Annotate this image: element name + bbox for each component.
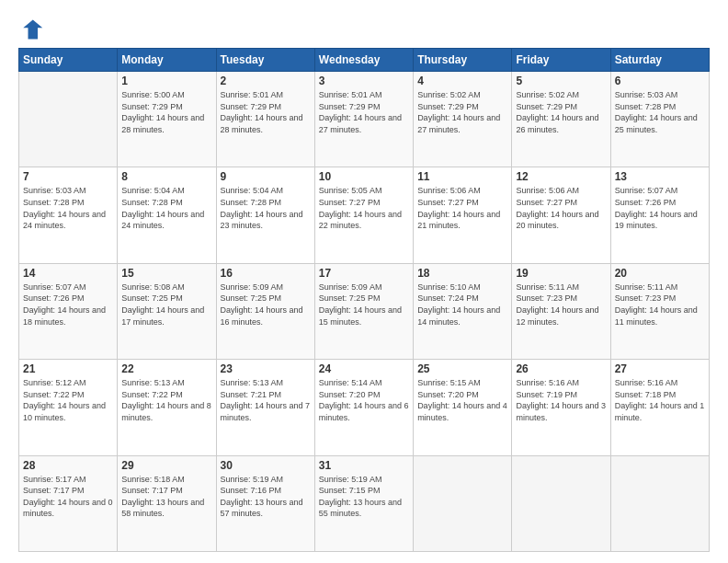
calendar-cell: 16Sunrise: 5:09 AMSunset: 7:25 PMDayligh…	[216, 263, 314, 359]
day-info: Sunrise: 5:02 AMSunset: 7:29 PMDaylight:…	[516, 89, 606, 135]
day-number: 25	[417, 362, 507, 375]
calendar-cell: 2Sunrise: 5:01 AMSunset: 7:29 PMDaylight…	[216, 72, 314, 167]
calendar-table: SundayMondayTuesdayWednesdayThursdayFrid…	[18, 48, 710, 552]
day-info: Sunrise: 5:13 AMSunset: 7:21 PMDaylight:…	[221, 377, 311, 423]
day-number: 12	[516, 170, 606, 183]
day-info: Sunrise: 5:17 AMSunset: 7:17 PMDaylight:…	[23, 474, 113, 520]
day-number: 24	[319, 362, 409, 375]
day-header-friday: Friday	[512, 49, 610, 72]
calendar-cell: 22Sunrise: 5:13 AMSunset: 7:22 PMDayligh…	[118, 360, 216, 455]
day-number: 23	[221, 362, 311, 375]
calendar-cell: 10Sunrise: 5:05 AMSunset: 7:27 PMDayligh…	[314, 167, 413, 263]
day-number: 27	[615, 362, 705, 375]
day-number: 3	[319, 75, 409, 87]
day-number: 9	[221, 170, 311, 183]
day-number: 30	[221, 459, 311, 472]
calendar-cell: 27Sunrise: 5:16 AMSunset: 7:18 PMDayligh…	[610, 360, 709, 455]
calendar-cell	[19, 72, 118, 167]
calendar-cell: 9Sunrise: 5:04 AMSunset: 7:28 PMDaylight…	[216, 167, 314, 263]
day-info: Sunrise: 5:06 AMSunset: 7:27 PMDaylight:…	[516, 185, 606, 231]
day-info: Sunrise: 5:03 AMSunset: 7:28 PMDaylight:…	[23, 185, 113, 231]
day-info: Sunrise: 5:05 AMSunset: 7:27 PMDaylight:…	[319, 185, 409, 231]
calendar-cell: 24Sunrise: 5:14 AMSunset: 7:20 PMDayligh…	[314, 360, 413, 455]
calendar-cell: 3Sunrise: 5:01 AMSunset: 7:29 PMDaylight…	[314, 72, 413, 167]
day-info: Sunrise: 5:15 AMSunset: 7:20 PMDaylight:…	[417, 377, 507, 423]
calendar-cell: 19Sunrise: 5:11 AMSunset: 7:23 PMDayligh…	[512, 263, 610, 359]
calendar-cell: 21Sunrise: 5:12 AMSunset: 7:22 PMDayligh…	[19, 360, 118, 455]
day-number: 22	[121, 362, 211, 375]
day-info: Sunrise: 5:01 AMSunset: 7:29 PMDaylight:…	[319, 89, 409, 135]
day-number: 18	[417, 267, 507, 280]
day-header-monday: Monday	[118, 49, 216, 72]
day-number: 16	[221, 267, 311, 280]
day-number: 8	[121, 170, 211, 183]
calendar-cell	[610, 455, 709, 551]
calendar-cell: 31Sunrise: 5:19 AMSunset: 7:15 PMDayligh…	[314, 455, 413, 551]
day-info: Sunrise: 5:00 AMSunset: 7:29 PMDaylight:…	[121, 89, 211, 135]
day-info: Sunrise: 5:19 AMSunset: 7:16 PMDaylight:…	[221, 474, 311, 520]
day-info: Sunrise: 5:02 AMSunset: 7:29 PMDaylight:…	[417, 89, 507, 135]
day-info: Sunrise: 5:04 AMSunset: 7:28 PMDaylight:…	[221, 185, 311, 231]
day-info: Sunrise: 5:12 AMSunset: 7:22 PMDaylight:…	[23, 377, 113, 423]
day-info: Sunrise: 5:11 AMSunset: 7:23 PMDaylight:…	[516, 282, 606, 327]
day-info: Sunrise: 5:03 AMSunset: 7:28 PMDaylight:…	[615, 89, 705, 135]
day-number: 20	[615, 267, 705, 280]
day-number: 14	[23, 267, 113, 280]
day-number: 17	[319, 267, 409, 280]
page-header	[18, 17, 710, 42]
calendar-cell: 20Sunrise: 5:11 AMSunset: 7:23 PMDayligh…	[610, 263, 709, 359]
day-number: 19	[516, 267, 606, 280]
calendar-cell: 12Sunrise: 5:06 AMSunset: 7:27 PMDayligh…	[512, 167, 610, 263]
day-info: Sunrise: 5:13 AMSunset: 7:22 PMDaylight:…	[121, 377, 211, 423]
day-number: 6	[615, 75, 705, 87]
calendar-cell: 5Sunrise: 5:02 AMSunset: 7:29 PMDaylight…	[512, 72, 610, 167]
day-info: Sunrise: 5:10 AMSunset: 7:24 PMDaylight:…	[417, 282, 507, 327]
calendar-cell: 26Sunrise: 5:16 AMSunset: 7:19 PMDayligh…	[512, 360, 610, 455]
day-number: 2	[221, 75, 311, 87]
calendar-week-2: 14Sunrise: 5:07 AMSunset: 7:26 PMDayligh…	[19, 263, 710, 359]
day-header-tuesday: Tuesday	[216, 49, 314, 72]
calendar-cell: 1Sunrise: 5:00 AMSunset: 7:29 PMDaylight…	[118, 72, 216, 167]
logo-icon	[18, 17, 44, 42]
calendar-cell: 4Sunrise: 5:02 AMSunset: 7:29 PMDaylight…	[414, 72, 512, 167]
day-number: 29	[121, 459, 211, 472]
day-info: Sunrise: 5:06 AMSunset: 7:27 PMDaylight:…	[417, 185, 507, 231]
calendar-cell: 25Sunrise: 5:15 AMSunset: 7:20 PMDayligh…	[414, 360, 512, 455]
calendar-cell: 18Sunrise: 5:10 AMSunset: 7:24 PMDayligh…	[414, 263, 512, 359]
calendar-week-4: 28Sunrise: 5:17 AMSunset: 7:17 PMDayligh…	[19, 455, 710, 551]
calendar-header-row: SundayMondayTuesdayWednesdayThursdayFrid…	[19, 49, 710, 72]
calendar-cell: 7Sunrise: 5:03 AMSunset: 7:28 PMDaylight…	[19, 167, 118, 263]
calendar-cell: 15Sunrise: 5:08 AMSunset: 7:25 PMDayligh…	[118, 263, 216, 359]
day-info: Sunrise: 5:19 AMSunset: 7:15 PMDaylight:…	[319, 474, 409, 520]
svg-marker-0	[23, 20, 42, 40]
calendar-cell	[512, 455, 610, 551]
calendar-cell: 11Sunrise: 5:06 AMSunset: 7:27 PMDayligh…	[414, 167, 512, 263]
calendar-week-3: 21Sunrise: 5:12 AMSunset: 7:22 PMDayligh…	[19, 360, 710, 455]
day-header-wednesday: Wednesday	[314, 49, 413, 72]
calendar-cell: 23Sunrise: 5:13 AMSunset: 7:21 PMDayligh…	[216, 360, 314, 455]
calendar-cell: 29Sunrise: 5:18 AMSunset: 7:17 PMDayligh…	[118, 455, 216, 551]
day-info: Sunrise: 5:09 AMSunset: 7:25 PMDaylight:…	[221, 282, 311, 327]
day-info: Sunrise: 5:07 AMSunset: 7:26 PMDaylight:…	[615, 185, 705, 231]
day-info: Sunrise: 5:09 AMSunset: 7:25 PMDaylight:…	[319, 282, 409, 327]
calendar-cell: 30Sunrise: 5:19 AMSunset: 7:16 PMDayligh…	[216, 455, 314, 551]
day-number: 5	[516, 75, 606, 87]
day-number: 11	[417, 170, 507, 183]
calendar-cell	[414, 455, 512, 551]
day-number: 13	[615, 170, 705, 183]
day-info: Sunrise: 5:01 AMSunset: 7:29 PMDaylight:…	[221, 89, 311, 135]
calendar-cell: 28Sunrise: 5:17 AMSunset: 7:17 PMDayligh…	[19, 455, 118, 551]
day-info: Sunrise: 5:08 AMSunset: 7:25 PMDaylight:…	[121, 282, 211, 327]
day-info: Sunrise: 5:07 AMSunset: 7:26 PMDaylight:…	[23, 282, 113, 327]
day-header-saturday: Saturday	[610, 49, 709, 72]
day-info: Sunrise: 5:11 AMSunset: 7:23 PMDaylight:…	[615, 282, 705, 327]
day-number: 7	[23, 170, 113, 183]
day-info: Sunrise: 5:18 AMSunset: 7:17 PMDaylight:…	[121, 474, 211, 520]
day-header-thursday: Thursday	[414, 49, 512, 72]
day-number: 31	[319, 459, 409, 472]
calendar-week-0: 1Sunrise: 5:00 AMSunset: 7:29 PMDaylight…	[19, 72, 710, 167]
calendar-week-1: 7Sunrise: 5:03 AMSunset: 7:28 PMDaylight…	[19, 167, 710, 263]
calendar-cell: 17Sunrise: 5:09 AMSunset: 7:25 PMDayligh…	[314, 263, 413, 359]
day-number: 1	[121, 75, 211, 87]
day-header-sunday: Sunday	[19, 49, 118, 72]
